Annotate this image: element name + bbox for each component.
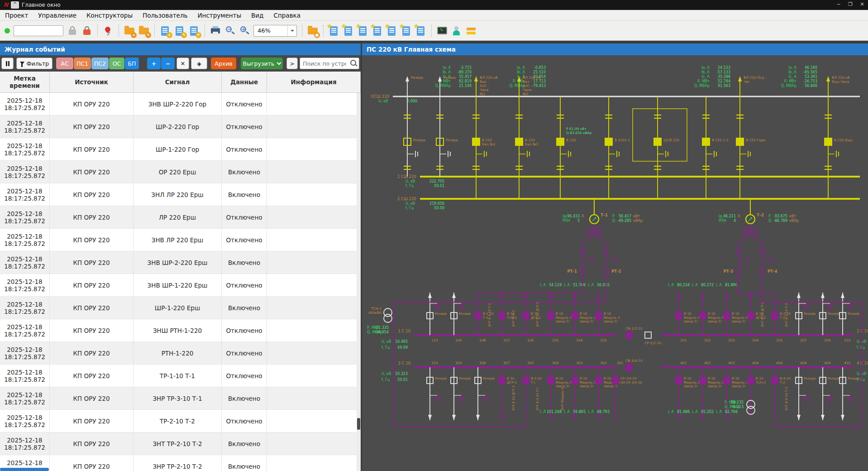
folder-view-icon[interactable]: ●	[307, 25, 319, 37]
table-row[interactable]: 2025-12-18 18:17:25.872КП ОРУ 220ЗНР ТР-…	[0, 455, 361, 471]
cell-signal: ЗНВ ЛР 220 Ерш	[134, 229, 222, 251]
menu-item-3[interactable]: Конструкторы	[81, 10, 138, 21]
folder-remove-icon[interactable]: ✕	[138, 25, 150, 37]
menu-item-6[interactable]: Вид	[246, 10, 268, 21]
doc-add-icon[interactable]: +	[159, 25, 171, 37]
table-row[interactable]: 2025-12-18 18:17:25.872КП ОРУ 220ЗНВ ШР-…	[0, 251, 361, 274]
report-chart-icon[interactable]: ★	[415, 25, 427, 37]
column-header-2[interactable]: Источник	[50, 72, 134, 92]
menu-item-7[interactable]: Справка	[268, 10, 305, 21]
mark-button[interactable]: ◈	[191, 58, 207, 69]
cell-timestamp: 2025-12-18 18:17:25.872	[0, 183, 50, 206]
table-row[interactable]: 2025-12-18 18:17:25.872КП ОРУ 220ЗНВ ШР-…	[0, 274, 361, 297]
bay-position: 207	[800, 338, 807, 342]
clear-button[interactable]: ✕	[176, 58, 189, 69]
doc-edit-icon[interactable]: ✎	[174, 25, 186, 37]
zoom-in-icon[interactable]: +	[238, 25, 250, 37]
menu-item-4[interactable]: Пользователь	[138, 10, 192, 21]
cat-ps2-button[interactable]: ПС2	[91, 58, 109, 69]
cat-os-button[interactable]: ОС	[109, 58, 124, 69]
table-row[interactable]: 2025-12-18 18:17:25.872КП ОРУ 220ЗНВ ШР-…	[0, 93, 361, 115]
event-log-panel: Журнал событий ФильтрАСПС1ПС2ОСБП+−✕◈Арх…	[0, 43, 361, 471]
expand-button[interactable]: >	[286, 58, 298, 69]
vertical-scrollbar-thumb[interactable]	[357, 418, 360, 430]
column-header-5[interactable]: Информация	[267, 72, 361, 92]
report-table-icon[interactable]: ★	[372, 25, 383, 37]
table-row[interactable]: 2025-12-18 18:17:25.872КП ОРУ 220ЛР 220 …	[0, 206, 361, 229]
horizontal-scrollbar-thumb[interactable]	[0, 468, 49, 471]
lock-icon[interactable]	[81, 25, 93, 37]
cell-data: Отключено	[222, 319, 267, 342]
table-row[interactable]: 2025-12-18 18:17:25.872КП ОРУ 220РТН-1-2…	[0, 342, 361, 365]
table-row[interactable]: 2025-12-18 18:17:25.872КП ОРУ 220ОР 220 …	[0, 161, 361, 183]
transformer-label: Т-2	[757, 213, 764, 217]
substation-one-line-diagram[interactable]: Iа, А-3.715Ib, А-89.370Ic, А55.457P, МВт…	[362, 55, 868, 471]
star-badge: ★	[399, 23, 405, 29]
schematic-label: f, Гц	[382, 378, 390, 382]
cell-signal: ШР-1-220 Гор	[134, 138, 222, 161]
toolbar-separator	[119, 25, 119, 37]
report-grid-icon[interactable]: ★	[386, 25, 398, 37]
schematic-label: 56.846	[805, 84, 817, 88]
table-row[interactable]: 2025-12-18 18:17:25.872КП ОРУ 220ТР-2-10…	[0, 410, 361, 433]
schematic-label: 51.766	[573, 283, 586, 287]
doc-delete-icon[interactable]: ✕	[188, 25, 200, 37]
minimize-button[interactable]: ─	[833, 0, 844, 10]
menu-item-5[interactable]: Инструменты	[192, 10, 246, 21]
cell-signal: ЗНТ ТР-2-10 Т-2	[134, 433, 222, 455]
report-journal-icon[interactable]: ★	[401, 25, 412, 37]
zoom-level-select[interactable]: 46%	[253, 25, 297, 37]
column-header-1[interactable]: Метка времени	[0, 72, 50, 92]
table-row[interactable]: 2025-12-18 18:17:25.872КП ОРУ 220ЗНТ ТР-…	[0, 433, 361, 455]
chevron-down-icon[interactable]	[287, 25, 296, 36]
vertical-scrollbar[interactable]	[357, 93, 361, 471]
table-row[interactable]: 2025-12-18 18:17:25.872КП ОРУ 220ЗНР ТР-…	[0, 387, 361, 410]
table-row[interactable]: 2025-12-18 18:17:25.872КП ОРУ 220ЗНШ РТН…	[0, 319, 361, 342]
pin-icon[interactable]	[102, 25, 114, 37]
table-row[interactable]: 2025-12-18 18:17:25.872КП ОРУ 220ЗНВ ЛР …	[0, 229, 361, 251]
column-header-4[interactable]: Данные	[222, 72, 267, 92]
restore-icon[interactable]: ^	[11, 1, 19, 9]
add-button[interactable]: +	[147, 58, 161, 69]
zoom-out-icon[interactable]: −	[224, 25, 236, 37]
icon-badge: +	[131, 32, 137, 38]
cell-source: КП ОРУ 220	[50, 138, 134, 161]
search-icon[interactable]	[349, 59, 358, 68]
device-search-input[interactable]	[300, 60, 349, 67]
oscillogram-icon[interactable]	[436, 25, 448, 37]
menu-item-1[interactable]: Проект	[0, 10, 33, 21]
breaker-square	[825, 138, 832, 145]
cat-bp-button[interactable]: БП	[125, 58, 139, 69]
export-button[interactable]: Выгрузить	[241, 58, 283, 69]
archive-button[interactable]: Архив	[211, 58, 236, 69]
filter-button[interactable]: Фильтр	[16, 58, 52, 69]
quick-input[interactable]	[14, 25, 63, 36]
table-row[interactable]: 2025-12-18 18:17:25.872КП ОРУ 220ТР-1-10…	[0, 365, 361, 387]
unlock-icon[interactable]	[67, 25, 78, 37]
remove-button[interactable]: −	[161, 58, 175, 69]
table-row[interactable]: 2025-12-18 18:17:25.872КП ОРУ 220ШР-1-22…	[0, 297, 361, 319]
table-row[interactable]: 2025-12-18 18:17:25.872КП ОРУ 220ШР-1-22…	[0, 138, 361, 161]
report-trend-icon[interactable]: ★	[328, 25, 340, 37]
pause-button[interactable]	[1, 58, 14, 69]
transformer-lv-circle	[593, 227, 602, 236]
cell-data: Включено	[222, 387, 267, 410]
alarm-panel-icon[interactable]	[465, 25, 477, 37]
column-header-3[interactable]: Сигнал	[134, 72, 222, 92]
report-clock-icon[interactable]: ★	[357, 25, 369, 37]
print-icon[interactable]	[210, 25, 221, 37]
user-session-icon[interactable]	[451, 25, 463, 37]
schematic-label: U, кВ	[405, 202, 415, 206]
table-row[interactable]: 2025-12-18 18:17:25.872КП ОРУ 220ШР-2-22…	[0, 115, 361, 138]
schematic-label: I, А	[668, 410, 674, 414]
folder-add-icon[interactable]: +	[124, 25, 135, 37]
cat-ps1-button[interactable]: ПС1	[74, 58, 91, 69]
table-row[interactable]: 2025-12-18 18:17:25.872КП ОРУ 220ЗНЛ ЛР …	[0, 183, 361, 206]
report-list-icon[interactable]: ★	[343, 25, 354, 37]
breaker-square	[654, 138, 661, 145]
cat-as-button[interactable]: АС	[56, 58, 73, 69]
close-button[interactable]: ✕	[856, 0, 868, 10]
bay-position: 304	[552, 361, 559, 365]
maximize-button[interactable]: ❐	[844, 0, 856, 10]
menu-item-2[interactable]: Управление	[33, 10, 81, 21]
